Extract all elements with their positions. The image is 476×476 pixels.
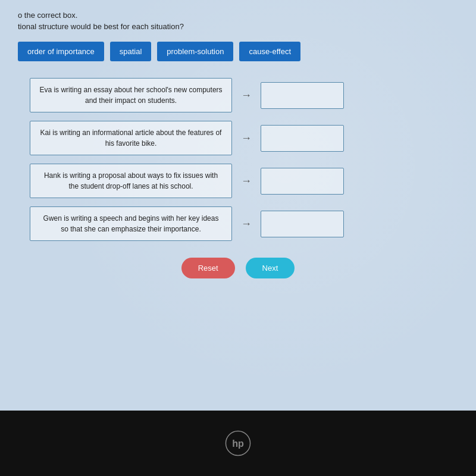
- main-screen: o the correct box. tional structure woul…: [0, 0, 476, 411]
- scenarios-container: Eva is writing an essay about her school…: [30, 78, 458, 241]
- option-spatial[interactable]: spatial: [110, 42, 152, 61]
- svg-text:hp: hp: [232, 438, 244, 449]
- scenario-text-4: Gwen is writing a speech and begins with…: [30, 206, 232, 241]
- arrow-2: →: [239, 132, 253, 145]
- scenario-text-2: Kai is writing an informational article …: [30, 121, 232, 155]
- scenario-text-1: Eva is writing an essay about her school…: [30, 78, 232, 112]
- instruction-line1: o the correct box.: [18, 11, 458, 20]
- answer-box-3[interactable]: [261, 168, 344, 195]
- scenario-row-4: Gwen is writing a speech and begins with…: [30, 206, 458, 241]
- scenario-text-3: Hank is writing a proposal about ways to…: [30, 164, 232, 198]
- scenario-row-3: Hank is writing a proposal about ways to…: [30, 164, 458, 198]
- options-row: order of importance spatial problem-solu…: [18, 42, 458, 61]
- answer-box-4[interactable]: [261, 211, 344, 237]
- hp-logo-icon: hp: [225, 430, 251, 456]
- buttons-row: Reset Next: [18, 258, 458, 278]
- arrow-3: →: [239, 175, 253, 187]
- bottom-bar: hp: [0, 411, 476, 476]
- arrow-4: →: [239, 218, 253, 230]
- scenario-row-1: Eva is writing an essay about her school…: [30, 78, 458, 112]
- reset-button[interactable]: Reset: [181, 258, 235, 278]
- answer-box-2[interactable]: [261, 125, 344, 152]
- option-order-of-importance[interactable]: order of importance: [18, 42, 104, 61]
- arrow-1: →: [239, 89, 253, 102]
- option-problem-solution[interactable]: problem-solution: [157, 42, 233, 61]
- instruction-line2: tional structure would be best for each …: [18, 22, 458, 31]
- option-cause-effect[interactable]: cause-effect: [239, 42, 300, 61]
- scenario-row-2: Kai is writing an informational article …: [30, 121, 458, 155]
- answer-box-1[interactable]: [261, 82, 344, 109]
- next-button[interactable]: Next: [246, 258, 295, 278]
